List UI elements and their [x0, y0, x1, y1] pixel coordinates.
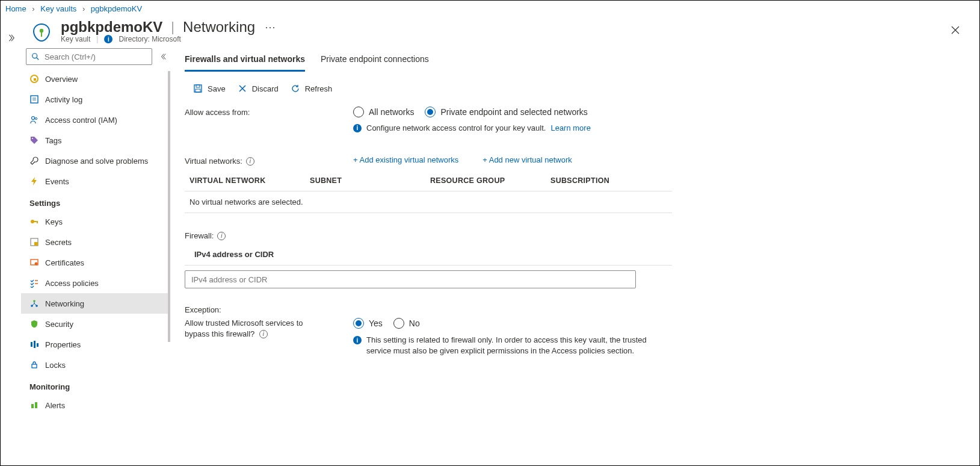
- directory-label: Directory: Microsoft: [119, 35, 180, 43]
- table-row: No virtual networks are selected.: [185, 191, 672, 213]
- svg-rect-6: [31, 96, 38, 103]
- lock-icon: [29, 360, 39, 370]
- sidebar-item-accesspolicies[interactable]: Access policies: [21, 273, 170, 293]
- people-icon: [29, 115, 39, 125]
- sidebar-item-alerts[interactable]: Alerts: [21, 395, 170, 415]
- sidebar-item-events[interactable]: Events: [21, 171, 170, 191]
- sidebar-item-label: Certificates: [45, 258, 84, 267]
- breadcrumb-keyvaults[interactable]: Key vaults: [40, 4, 76, 13]
- sidebar-item-label: Diagnose and solve problems: [45, 157, 148, 166]
- svg-rect-24: [31, 342, 32, 347]
- add-new-vnet-link[interactable]: + Add new virtual network: [482, 155, 572, 164]
- svg-rect-1: [41, 32, 42, 37]
- sidebar-item-overview[interactable]: Overview: [21, 69, 170, 89]
- sidebar-item-tags[interactable]: Tags: [21, 130, 170, 151]
- access-info-text: Configure network access control for you…: [366, 123, 546, 132]
- info-icon[interactable]: i: [246, 157, 254, 166]
- ipv4-column-header: IPv4 address or CIDR: [185, 244, 672, 265]
- search-icon: [31, 52, 40, 61]
- svg-point-10: [35, 117, 37, 119]
- sidebar-item-activitylog[interactable]: Activity log: [21, 89, 170, 110]
- radio-exception-no[interactable]: No: [393, 318, 420, 329]
- search-input-wrapper[interactable]: [26, 48, 152, 65]
- discard-button[interactable]: Discard: [238, 84, 279, 93]
- sidebar-item-label: Properties: [45, 340, 81, 349]
- sidebar-item-locks[interactable]: Locks: [21, 355, 170, 375]
- expand-flyout-button[interactable]: [1, 16, 21, 465]
- th-sub: SUBSCRIPTION: [546, 170, 672, 191]
- breadcrumb: Home › Key vaults › pgbkpdemoKV: [1, 1, 979, 16]
- svg-rect-32: [196, 89, 200, 92]
- save-button[interactable]: Save: [193, 84, 226, 93]
- sidebar-item-label: Access control (IAM): [45, 116, 117, 125]
- save-label: Save: [208, 84, 226, 93]
- svg-rect-5: [34, 78, 36, 81]
- svg-point-18: [35, 263, 38, 266]
- sidebar-item-properties[interactable]: Properties: [21, 334, 170, 355]
- svg-rect-14: [37, 221, 38, 223]
- sidebar-item-label: Locks: [45, 361, 66, 370]
- sidebar-item-label: Alerts: [45, 401, 65, 410]
- radio-label: Private endpoint and selected networks: [440, 107, 587, 117]
- sidebar-item-iam[interactable]: Access control (IAM): [21, 110, 170, 130]
- vnet-empty-text: No virtual networks are selected.: [185, 191, 672, 213]
- add-existing-vnet-link[interactable]: + Add existing virtual networks: [353, 155, 458, 164]
- svg-rect-28: [31, 404, 34, 408]
- exception-hint: This setting is related to firewall only…: [366, 335, 667, 356]
- radio-selected-networks[interactable]: Private endpoint and selected networks: [425, 107, 587, 117]
- sidebar-item-diagnose[interactable]: Diagnose and solve problems: [21, 151, 170, 171]
- resource-type: Key vault: [61, 35, 90, 43]
- refresh-button[interactable]: Refresh: [291, 84, 333, 93]
- radio-exception-yes[interactable]: Yes: [353, 318, 383, 329]
- learn-more-link[interactable]: Learn more: [550, 123, 590, 132]
- firewall-label: Firewall:: [185, 231, 214, 240]
- properties-icon: [29, 340, 39, 349]
- close-button[interactable]: [946, 20, 965, 40]
- radio-all-networks[interactable]: All networks: [353, 107, 414, 117]
- discard-icon: [238, 84, 247, 93]
- sidebar-item-label: Secrets: [45, 238, 72, 247]
- radio-label: Yes: [369, 318, 383, 328]
- info-icon: i: [353, 336, 362, 344]
- info-icon[interactable]: i: [259, 330, 268, 338]
- sidebar-item-label: Activity log: [45, 95, 82, 104]
- breadcrumb-resource[interactable]: pgbkpdemoKV: [91, 4, 142, 13]
- network-icon: [29, 299, 39, 308]
- collapse-sidebar-button[interactable]: [156, 53, 170, 60]
- svg-point-9: [32, 117, 35, 120]
- sidebar-item-keys[interactable]: Keys: [21, 211, 170, 232]
- exception-label: Exception:: [185, 305, 221, 314]
- ipv4-input[interactable]: [185, 270, 636, 288]
- more-actions-button[interactable]: ⋯: [262, 18, 278, 36]
- log-icon: [29, 95, 39, 104]
- info-icon[interactable]: i: [217, 232, 226, 240]
- refresh-label: Refresh: [305, 84, 333, 93]
- sidebar-item-label: Keys: [45, 217, 63, 226]
- overview-icon: [29, 74, 39, 84]
- sidebar-item-label: Networking: [45, 299, 84, 308]
- main-content: Firewalls and virtual networks Private e…: [170, 43, 979, 465]
- sidebar-item-label: Events: [45, 177, 69, 186]
- sidebar-group-monitoring: Monitoring: [21, 375, 170, 395]
- breadcrumb-home[interactable]: Home: [5, 4, 26, 13]
- th-subnet: SUBNET: [305, 170, 425, 191]
- svg-rect-16: [34, 242, 38, 246]
- sidebar-item-secrets[interactable]: Secrets: [21, 232, 170, 252]
- search-input[interactable]: [43, 52, 147, 62]
- discard-label: Discard: [252, 84, 279, 93]
- radio-label: All networks: [369, 107, 414, 117]
- secret-icon: [29, 237, 39, 247]
- vnet-table: VIRTUAL NETWORK SUBNET RESOURCE GROUP SU…: [185, 170, 672, 213]
- th-vnet: VIRTUAL NETWORK: [185, 170, 305, 191]
- sidebar-item-networking[interactable]: Networking: [21, 293, 170, 314]
- page-title: Networking: [183, 19, 255, 36]
- sidebar-item-security[interactable]: Security: [21, 314, 170, 334]
- sidebar-item-certificates[interactable]: Certificates: [21, 252, 170, 273]
- radio-label: No: [409, 318, 420, 328]
- tab-private-endpoint[interactable]: Private endpoint connections: [321, 51, 429, 72]
- tab-firewalls[interactable]: Firewalls and virtual networks: [185, 51, 305, 72]
- svg-rect-26: [37, 343, 39, 347]
- sidebar-item-label: Tags: [45, 136, 61, 145]
- refresh-icon: [291, 84, 300, 93]
- access-label: Allow access from:: [185, 108, 250, 117]
